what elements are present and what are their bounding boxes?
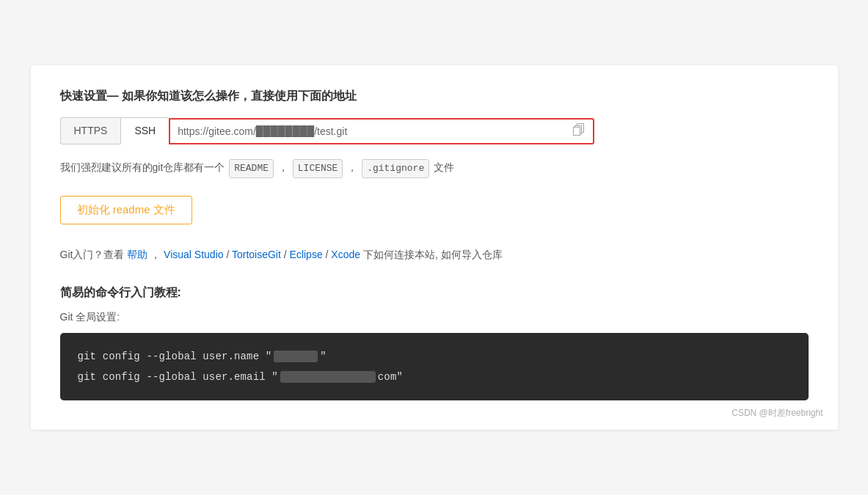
visual-studio-link[interactable]: Visual Studio: [164, 249, 223, 260]
eclipse-link[interactable]: Eclipse: [290, 249, 323, 260]
code-line2-prefix: git config --global user.email ": [78, 367, 278, 387]
quick-setup-title: 快速设置— 如果你知道该怎么操作，直接使用下面的地址: [60, 89, 809, 104]
repo-url-input[interactable]: [178, 120, 566, 143]
git-slash1: /: [226, 249, 232, 260]
code-line1-suffix: ": [320, 346, 327, 367]
repo-url-wrapper: 🗍: [169, 118, 594, 144]
recommend-before: 我们强烈建议所有的git仓库都有一个: [60, 161, 225, 173]
badge-gitignore: .gitignore: [362, 159, 429, 178]
code-block: git config --global user.name " " git co…: [60, 333, 809, 400]
git-intro-after: 下如何连接本站, 如何导入仓库: [363, 249, 503, 260]
git-slash2: /: [284, 249, 290, 260]
badge-license: LICENSE: [293, 159, 343, 178]
code-line2-suffix: com": [378, 367, 403, 387]
code-line-1: git config --global user.name " ": [78, 346, 791, 367]
global-settings-label: Git 全局设置:: [60, 311, 809, 324]
help-link[interactable]: 帮助: [127, 249, 147, 260]
recommend-text: 我们强烈建议所有的git仓库都有一个 README ， LICENSE ， .g…: [60, 159, 809, 178]
init-readme-button[interactable]: 初始化 readme 文件: [60, 196, 192, 224]
watermark: CSDN @时差freebright: [732, 407, 823, 419]
url-row: HTTPS SSH 🗍: [60, 117, 809, 144]
xcode-link[interactable]: Xcode: [331, 249, 360, 260]
code-username-blurred: [274, 351, 318, 362]
tortoisegit-link[interactable]: TortoiseGit: [232, 249, 281, 260]
git-intro-text: Git入门？查看 帮助 ， Visual Studio / TortoiseGi…: [60, 245, 809, 265]
git-intro-before: Git入门？查看: [60, 249, 125, 260]
tab-ssh-button[interactable]: SSH: [120, 117, 169, 144]
git-intro-sep1: ，: [150, 249, 161, 260]
code-line1-prefix: git config --global user.name ": [78, 346, 272, 367]
main-card: 快速设置— 如果你知道该怎么操作，直接使用下面的地址 HTTPS SSH 🗍 我…: [31, 65, 838, 430]
tab-https-button[interactable]: HTTPS: [60, 117, 121, 144]
tutorial-subtitle: 简易的命令行入门教程:: [60, 285, 809, 301]
code-email-blurred: [280, 371, 376, 382]
code-line-2: git config --global user.email " com": [78, 367, 791, 387]
badge-readme: README: [229, 159, 274, 178]
copy-icon[interactable]: 🗍: [572, 123, 586, 139]
recommend-after: 文件: [434, 161, 454, 173]
